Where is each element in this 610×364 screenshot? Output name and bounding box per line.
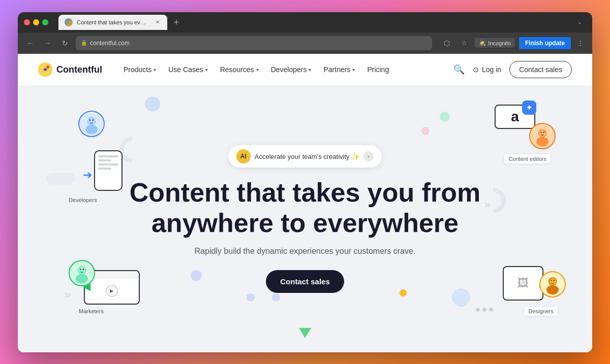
finish-update-button[interactable]: Finish update <box>519 37 571 49</box>
developers-label: Developers <box>69 197 97 203</box>
content-editors-card: a ✦ ↖ Content editors <box>484 105 556 171</box>
content-editor-face <box>530 124 555 148</box>
new-tab-button[interactable]: + <box>169 16 184 30</box>
nav-right: 🔍 ⊙ Log in Contact sales <box>453 61 572 78</box>
nav-use-cases[interactable]: Use Cases ▾ <box>163 61 212 78</box>
browser-nav: ← → ↻ 🔒 contentful.com ⬡ ☆ 🕵 Incognito F… <box>18 32 592 54</box>
cast-icon[interactable]: ⬡ <box>440 37 453 50</box>
back-button[interactable]: ← <box>24 37 37 50</box>
svg-point-4 <box>85 124 98 134</box>
svg-point-24 <box>551 280 552 281</box>
forward-button[interactable]: → <box>41 37 54 50</box>
designers-card: 🖼 ▲ Designers <box>490 266 566 322</box>
tab-close-icon[interactable]: ✕ <box>154 19 161 26</box>
address-bar[interactable]: 🔒 contentful.com <box>76 36 432 50</box>
chevron-down-icon: ▾ <box>352 67 355 73</box>
login-icon: ⊙ <box>473 65 479 74</box>
ai-badge-dot: AI <box>236 149 251 163</box>
nav-developers[interactable]: Developers ▾ <box>266 61 317 78</box>
nav-partners[interactable]: Partners ▾ <box>318 61 360 78</box>
svg-point-10 <box>76 274 88 283</box>
svg-point-16 <box>536 137 548 146</box>
incognito-badge: 🕵 Incognito <box>475 38 515 48</box>
ai-badge-text: Accelerate your team's creativity ✨ <box>255 153 359 160</box>
ai-badge-arrow-icon: › <box>363 151 374 161</box>
marketer-avatar <box>69 260 95 286</box>
url-text: contentful.com <box>90 40 130 47</box>
hero-section: » » <box>18 86 592 352</box>
nav-products[interactable]: Products ▾ <box>118 61 161 78</box>
close-button[interactable] <box>24 19 30 25</box>
content-editors-label: Content editors <box>504 154 551 163</box>
svg-point-1 <box>46 65 49 69</box>
chevron-down-icon: ▾ <box>154 67 156 73</box>
nav-actions: ⬡ ☆ 🕵 Incognito Finish update ⋮ <box>440 37 586 50</box>
lock-icon: 🔒 <box>81 40 87 46</box>
designers-label: Designers <box>524 307 558 316</box>
search-icon[interactable]: 🔍 <box>453 64 465 75</box>
svg-point-13 <box>82 269 84 270</box>
bookmark-icon[interactable]: ☆ <box>458 37 471 50</box>
hero-content: AI Accelerate your team's creativity ✨ ›… <box>130 145 481 293</box>
marketers-label: Marketers <box>79 308 104 314</box>
svg-point-19 <box>543 131 544 133</box>
bg-chevrons: » <box>484 198 491 211</box>
nav-resources[interactable]: Resources ▾ <box>215 61 264 78</box>
tab-bar: Content that takes you every... ✕ + <box>58 15 573 30</box>
hero-title: Content that takes you from anywhere to … <box>130 178 481 239</box>
designer-face <box>540 272 565 296</box>
hero-cta-button[interactable]: Contact sales <box>266 270 344 293</box>
phone-mockup <box>94 150 123 191</box>
minimize-button[interactable] <box>33 19 39 25</box>
chevron-down-icon: ▾ <box>205 67 208 73</box>
login-label: Log in <box>482 65 501 74</box>
tab-title: Content that takes you every... <box>77 19 148 25</box>
bg-circle <box>145 96 160 112</box>
browser-titlebar: Content that takes you every... ✕ + ⌄ <box>18 12 592 32</box>
developers-card: ➔ Developers <box>58 111 125 201</box>
developer-face <box>79 112 104 136</box>
bg-triangle <box>299 328 311 338</box>
sparkle-icon: ✦ <box>522 101 536 115</box>
logo-text: Contentful <box>56 64 102 75</box>
svg-point-6 <box>89 119 91 121</box>
svg-point-12 <box>80 269 81 270</box>
developer-avatar <box>78 111 105 137</box>
traffic-lights <box>24 19 48 25</box>
incognito-icon: 🕵 <box>479 40 486 46</box>
bg-circle <box>247 293 255 302</box>
content-editor-avatar <box>529 123 556 149</box>
bg-circle <box>421 127 430 135</box>
maximize-button[interactable] <box>42 19 48 25</box>
ai-badge[interactable]: AI Accelerate your team's creativity ✨ › <box>228 145 382 168</box>
svg-point-25 <box>553 280 555 281</box>
chevron-down-icon: ▾ <box>309 67 311 73</box>
refresh-button[interactable]: ↻ <box>58 37 72 50</box>
more-options-icon[interactable]: ⋮ <box>575 39 586 47</box>
site-nav: Contentful Products ▾ Use Cases ▾ Resour… <box>18 54 592 86</box>
website-content: Contentful Products ▾ Use Cases ▾ Resour… <box>18 54 592 352</box>
login-button[interactable]: ⊙ Log in <box>473 65 501 74</box>
play-icon: ▶ <box>106 285 118 297</box>
tab-favicon <box>65 18 73 26</box>
arrow-icon: ➔ <box>83 169 92 182</box>
incognito-label: Incognito <box>488 40 511 46</box>
bg-circle <box>272 293 280 302</box>
finish-update-label: Finish update <box>525 40 565 47</box>
text-editor-mockup: a ✦ <box>495 105 535 129</box>
designer-avatar <box>539 271 566 297</box>
nav-pricing[interactable]: Pricing <box>362 61 394 78</box>
bg-circle <box>440 112 450 122</box>
site-logo[interactable]: Contentful <box>38 62 102 77</box>
hero-subtitle: Rapidly build the dynamic experiences yo… <box>195 247 416 256</box>
contentful-logo-icon <box>38 62 52 77</box>
svg-point-18 <box>540 131 542 133</box>
marketer-face <box>70 261 94 285</box>
chevron-down-icon: ▾ <box>256 67 259 73</box>
active-tab[interactable]: Content that takes you every... ✕ <box>58 15 167 30</box>
svg-point-7 <box>92 119 94 121</box>
svg-point-22 <box>546 285 559 294</box>
tab-list-button[interactable]: ⌄ <box>577 19 582 25</box>
browser-window: Content that takes you every... ✕ + ⌄ ← … <box>18 12 592 352</box>
contact-sales-button[interactable]: Contact sales <box>509 61 572 78</box>
